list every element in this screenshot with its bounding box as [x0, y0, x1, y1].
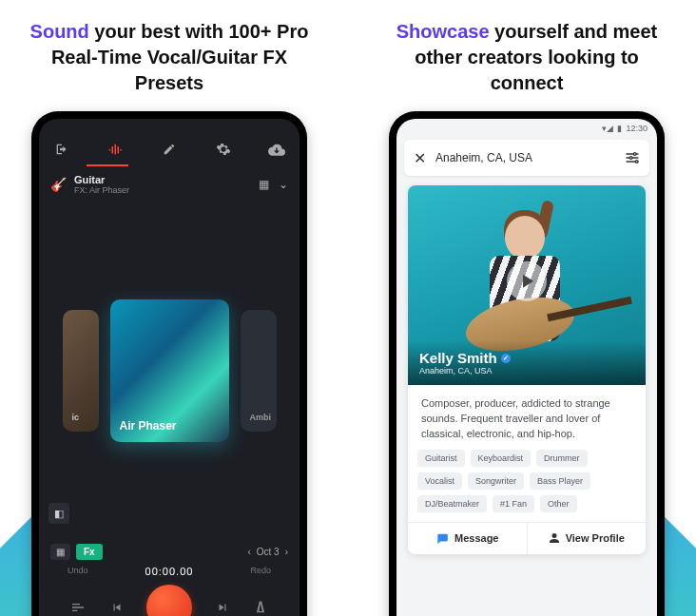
profile-tags: Guitarist Keyboardist Drummer Vocalist S…	[408, 450, 646, 522]
transport-bar	[50, 577, 288, 616]
message-label: Message	[454, 532, 498, 544]
svg-point-2	[635, 161, 638, 164]
phone-container: ▾◢ ▮ 12:30 ✕ Anaheim, CA, USA	[358, 111, 696, 616]
filter-icon[interactable]	[625, 151, 640, 164]
track-fx-name: FX: Air Phaser	[74, 185, 129, 195]
search-location-text[interactable]: Anaheim, CA, USA	[435, 151, 615, 164]
exit-icon[interactable]	[52, 140, 71, 159]
bottom-controls: ▦ Fx ‹ Oct 3 › Undo 00:00.00 Redo	[39, 540, 300, 616]
sliders-icon[interactable]	[69, 599, 87, 616]
right-heading: Showcase yourself and meet other creator…	[358, 0, 696, 111]
close-icon[interactable]: ✕	[414, 149, 426, 167]
message-button[interactable]: Message	[408, 523, 527, 554]
profile-location: Anaheim, CA, USA	[419, 366, 634, 375]
phone-frame: 🎸 Guitar FX: Air Phaser ▦ ⌄ ic Air Phase…	[31, 111, 307, 616]
status-bar	[39, 119, 300, 132]
phone-container: 🎸 Guitar FX: Air Phaser ▦ ⌄ ic Air Phase…	[0, 111, 338, 616]
profile-card: Kelly Smith ✓ Anaheim, CA, USA Composer,…	[408, 185, 646, 554]
preset-next-label: Ambi	[250, 413, 272, 422]
preset-card-current[interactable]: Air Phaser	[110, 299, 229, 442]
svg-point-0	[633, 153, 636, 156]
phone-frame: ▾◢ ▮ 12:30 ✕ Anaheim, CA, USA	[389, 111, 665, 616]
view-toggle[interactable]: ▦	[50, 544, 70, 560]
preset-prev-label: ic	[72, 413, 80, 422]
grid-view-icon[interactable]: ▦	[259, 178, 269, 191]
cloud-upload-icon[interactable]	[267, 140, 286, 159]
expand-button[interactable]: ◧	[48, 503, 69, 524]
edit-icon[interactable]	[160, 140, 179, 159]
view-profile-label: View Profile	[566, 532, 625, 544]
tag[interactable]: DJ/Beatmaker	[417, 495, 487, 512]
chat-icon	[435, 532, 449, 545]
control-row-1: ▦ Fx ‹ Oct 3 ›	[50, 544, 288, 560]
chevron-down-icon[interactable]: ⌄	[279, 178, 288, 191]
guitar-icon: 🎸	[50, 177, 67, 192]
preset-card-next[interactable]: Ambi	[241, 310, 277, 432]
date-value: Oct 3	[257, 547, 280, 557]
status-bar: ▾◢ ▮ 12:30	[396, 119, 657, 136]
profile-photo[interactable]: Kelly Smith ✓ Anaheim, CA, USA	[408, 185, 646, 385]
svg-point-1	[629, 157, 632, 160]
tag[interactable]: Other	[540, 495, 577, 512]
track-header: 🎸 Guitar FX: Air Phaser ▦ ⌄	[39, 166, 300, 201]
redo-button[interactable]: Redo	[250, 566, 271, 577]
status-time: 12:30	[626, 124, 648, 133]
date-stepper[interactable]: ‹ Oct 3 ›	[247, 547, 288, 557]
right-panel: Showcase yourself and meet other creator…	[358, 0, 696, 616]
track-right-controls: ▦ ⌄	[259, 178, 288, 191]
preset-card-prev[interactable]: ic	[63, 310, 99, 432]
control-row-2: Undo 00:00.00 Redo	[50, 560, 288, 577]
signal-icon: ▾◢	[602, 124, 613, 133]
action-row: Message View Profile	[408, 522, 646, 554]
tag[interactable]: Songwriter	[468, 472, 524, 490]
tag[interactable]: Drummer	[536, 450, 588, 467]
verified-badge-icon: ✓	[501, 354, 511, 363]
record-button[interactable]	[146, 585, 192, 616]
profile-bio: Composer, producer, addicted to strange …	[408, 385, 646, 450]
left-heading: Sound your best with 100+ Pro Real-Time …	[0, 0, 338, 111]
skip-back-icon[interactable]	[108, 599, 126, 616]
battery-icon: ▮	[617, 124, 622, 133]
tag[interactable]: Keyboardist	[471, 450, 532, 467]
preset-carousel[interactable]: ic Air Phaser Ambi	[39, 201, 300, 540]
location-search-bar: ✕ Anaheim, CA, USA	[404, 140, 649, 176]
profile-overlay: Kelly Smith ✓ Anaheim, CA, USA	[408, 340, 646, 385]
preset-current-label: Air Phaser	[120, 419, 177, 433]
time-counter: 00:00.00	[145, 566, 194, 577]
chevron-right-icon[interactable]: ›	[285, 547, 288, 557]
person-icon	[549, 532, 560, 545]
track-name: Guitar	[74, 174, 129, 185]
tab-underline	[39, 164, 300, 166]
profile-name: Kelly Smith	[419, 350, 497, 366]
view-profile-button[interactable]: View Profile	[527, 523, 647, 554]
accent-word: Sound	[30, 21, 89, 42]
undo-button[interactable]: Undo	[68, 566, 88, 577]
play-icon[interactable]	[507, 261, 547, 301]
tag[interactable]: Vocalist	[417, 472, 462, 490]
tag[interactable]: Guitarist	[417, 450, 465, 467]
waveform-icon[interactable]	[106, 140, 126, 159]
profile-name-row: Kelly Smith ✓	[419, 350, 634, 366]
track-left: 🎸 Guitar FX: Air Phaser	[50, 174, 129, 195]
left-panel: Sound your best with 100+ Pro Real-Time …	[0, 0, 338, 616]
tag[interactable]: Bass Player	[530, 472, 590, 490]
tag[interactable]: #1 Fan	[493, 495, 534, 512]
app-screen-fx: 🎸 Guitar FX: Air Phaser ▦ ⌄ ic Air Phase…	[39, 119, 300, 616]
track-info: Guitar FX: Air Phaser	[74, 174, 129, 195]
accent-word: Showcase	[396, 21, 490, 42]
chevron-left-icon[interactable]: ‹	[247, 547, 250, 557]
skip-forward-icon[interactable]	[214, 599, 231, 616]
app-screen-profile: ▾◢ ▮ 12:30 ✕ Anaheim, CA, USA	[396, 119, 657, 616]
gear-icon[interactable]	[214, 140, 233, 159]
heading-rest: your best with 100+ Pro Real-Time Vocal/…	[51, 21, 309, 93]
fx-toggle[interactable]: Fx	[76, 544, 103, 560]
top-nav	[39, 132, 300, 164]
metronome-icon[interactable]	[252, 599, 269, 616]
